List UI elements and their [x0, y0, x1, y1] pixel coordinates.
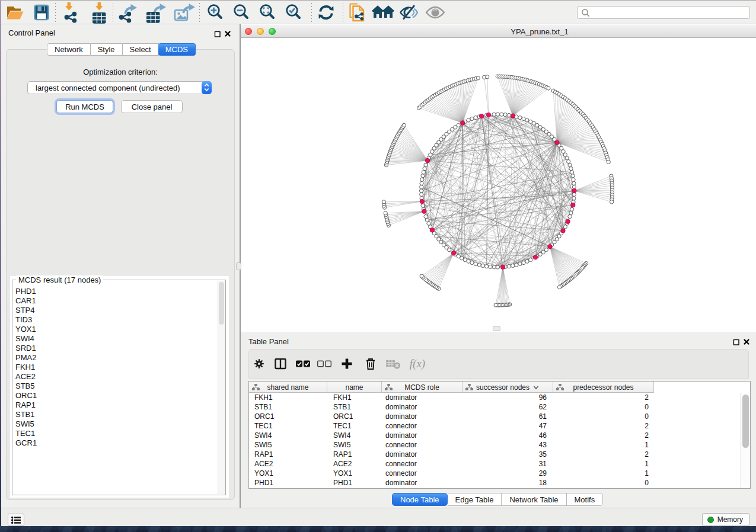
table-row[interactable]: TEC1TEC1connector472 — [249, 421, 740, 431]
result-node-item[interactable]: PMA2 — [13, 353, 218, 363]
tab-select[interactable]: Select — [123, 43, 159, 56]
tab-network-table[interactable]: Network Table — [502, 493, 566, 506]
zoom-in-icon — [204, 2, 223, 23]
column-header-name[interactable]: name — [327, 382, 382, 393]
close-panel-button[interactable]: Close panel — [121, 100, 183, 113]
column-header-MCDS-role[interactable]: MCDS role — [382, 382, 462, 393]
result-node-item[interactable]: ORC1 — [13, 391, 218, 400]
cell-name: TEC1 — [327, 421, 382, 431]
result-node-item[interactable]: STP4 — [13, 306, 218, 315]
network-canvas[interactable] — [241, 38, 756, 332]
zoom-in-button[interactable] — [200, 2, 227, 23]
table-row[interactable]: ACE2ACE2connector311 — [249, 459, 740, 469]
table-settings-button[interactable] — [249, 353, 269, 374]
table-close-icon[interactable] — [743, 337, 750, 348]
horizontal-splitter-grip[interactable] — [493, 326, 500, 331]
tab-motifs[interactable]: Motifs — [567, 493, 604, 506]
import-table-button[interactable] — [84, 2, 112, 23]
group-nodes-button[interactable] — [370, 2, 396, 23]
add-column-button[interactable] — [334, 353, 359, 374]
open-file-button[interactable] — [1, 2, 28, 23]
optimization-criterion-select[interactable]: largest connected component (undirected) — [27, 81, 212, 94]
table-row[interactable]: PHD1PHD1dominator180 — [249, 478, 740, 488]
export-table-button[interactable] — [142, 2, 171, 23]
result-node-item[interactable]: SWI4 — [13, 334, 218, 344]
cell-shared-name: SWI5 — [249, 440, 327, 450]
table-row[interactable]: RAP1RAP1dominator352 — [249, 450, 740, 459]
result-scrollbar[interactable] — [218, 281, 225, 494]
apply-layout-button[interactable] — [312, 2, 340, 23]
result-scrollbar-thumb[interactable] — [219, 282, 224, 325]
result-node-item[interactable]: SRD1 — [13, 344, 218, 353]
export-image-button[interactable] — [171, 2, 199, 23]
network-window-titlebar[interactable]: YPA_prune.txt_1 — [241, 25, 756, 38]
task-history-button[interactable] — [8, 514, 24, 526]
cell-name: PHD1 — [327, 478, 382, 488]
export-network-button[interactable] — [114, 2, 142, 23]
zoom-out-button[interactable] — [227, 2, 253, 23]
column-visibility-button[interactable] — [269, 353, 292, 374]
result-node-item[interactable]: TID3 — [13, 315, 218, 325]
cell-MCDS-role: dominator — [382, 412, 462, 421]
cell-shared-name: YOX1 — [249, 469, 327, 478]
result-node-item[interactable]: RAP1 — [13, 400, 218, 410]
mcds-result-list[interactable]: PHD1CAR1STP4TID3YOX1SWI4SRD1PMA2FKH1ACE2… — [13, 281, 218, 494]
show-all-button[interactable] — [422, 2, 448, 23]
memory-button[interactable]: Memory — [702, 513, 749, 526]
zoom-fit-button[interactable] — [253, 2, 279, 23]
gear-icon — [254, 358, 264, 369]
table-row[interactable]: YOX1YOX1connector291 — [249, 469, 740, 478]
select-all-columns-button[interactable] — [292, 353, 314, 374]
tab-edge-table[interactable]: Edge Table — [448, 493, 502, 506]
zoom-selected-button[interactable] — [279, 2, 305, 23]
table-row[interactable]: ORC1ORC1dominator610 — [249, 412, 740, 421]
column-header-shared-name[interactable]: shared name — [249, 382, 327, 393]
eye-slash-icon — [399, 4, 419, 21]
column-header-predecessor-nodes[interactable]: predecessor nodes — [553, 382, 654, 393]
result-node-item[interactable]: STB5 — [13, 382, 218, 391]
tab-mcds[interactable]: MCDS — [158, 43, 196, 56]
save-icon — [33, 3, 50, 22]
search-input[interactable] — [577, 6, 750, 19]
result-node-item[interactable]: YOX1 — [13, 325, 218, 334]
result-node-item[interactable]: TEC1 — [13, 429, 218, 438]
result-node-item[interactable]: GCR1 — [13, 438, 218, 448]
close-panel-icon[interactable] — [224, 29, 231, 40]
delete-table-button — [382, 353, 404, 374]
function-builder-button: f(x) — [404, 353, 430, 374]
table-row[interactable]: SWI4SWI4dominator462 — [249, 431, 740, 440]
deselect-all-columns-button[interactable] — [314, 353, 334, 374]
delete-column-button[interactable] — [359, 353, 382, 374]
tab-network[interactable]: Network — [47, 43, 91, 56]
result-node-item[interactable]: FKH1 — [13, 363, 218, 372]
float-panel-icon[interactable] — [214, 30, 221, 40]
result-node-item[interactable]: SWI5 — [13, 419, 218, 429]
tab-node-table[interactable]: Node Table — [392, 493, 448, 506]
import-network-button[interactable] — [56, 2, 84, 23]
cell-predecessor-nodes: 0 — [553, 478, 654, 488]
result-node-item[interactable]: STB1 — [13, 410, 218, 419]
result-node-item[interactable]: ACE2 — [13, 372, 218, 382]
table-row[interactable]: FKH1FKH1dominator962 — [249, 393, 740, 402]
run-mcds-button[interactable]: Run MCDS — [56, 100, 113, 113]
table-row[interactable]: SWI5SWI5connector431 — [249, 440, 740, 450]
main-toolbar — [1, 0, 756, 24]
table-row[interactable]: STB1STB1dominator620 — [249, 402, 740, 412]
table-panel: Table Panel f(x) shared namename MCDS ro… — [241, 332, 756, 508]
result-node-item[interactable]: PHD1 — [13, 287, 218, 296]
tab-style[interactable]: Style — [91, 43, 123, 56]
cell-shared-name: RAP1 — [249, 450, 327, 459]
column-header-successor-nodes[interactable]: successor nodes — [462, 382, 553, 393]
cell-successor-nodes: 46 — [462, 431, 553, 440]
result-node-item[interactable]: CAR1 — [13, 296, 218, 306]
vertical-splitter-grip[interactable] — [236, 262, 241, 270]
table-scrollbar-thumb[interactable] — [742, 395, 749, 448]
cell-name: RAP1 — [327, 450, 382, 459]
table-float-icon[interactable] — [733, 338, 740, 348]
clone-network-button[interactable] — [344, 2, 370, 23]
save-session-button[interactable] — [28, 2, 55, 23]
cell-MCDS-role: connector — [382, 421, 462, 431]
table-scrollbar[interactable] — [740, 393, 750, 488]
unchecked-boxes-icon — [317, 357, 332, 370]
hide-selected-button[interactable] — [396, 2, 422, 23]
